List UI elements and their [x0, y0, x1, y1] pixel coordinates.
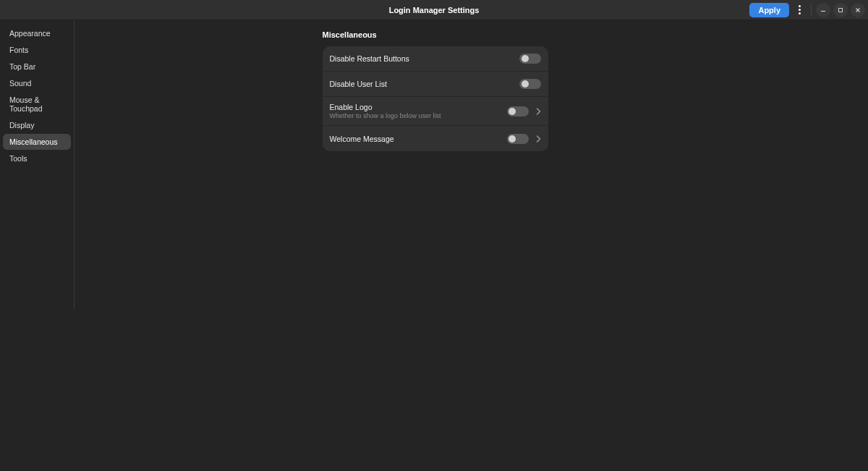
dots-vertical-icon: [799, 5, 801, 14]
row-disable-restart-buttons: Disable Restart Buttons: [323, 46, 548, 72]
maximize-icon: [838, 7, 843, 13]
row-text: Welcome Message: [330, 135, 507, 143]
minimize-icon: [820, 7, 826, 13]
section-title: Miscellaneous: [323, 30, 548, 39]
row-text: Enable Logo Whether to show a logo below…: [330, 103, 507, 119]
row-title: Disable User List: [330, 80, 519, 88]
row-enable-logo[interactable]: Enable Logo Whether to show a logo below…: [323, 97, 548, 126]
sidebar-item-display[interactable]: Display: [3, 117, 71, 133]
switch-disable-user-list[interactable]: [519, 79, 541, 89]
separator: [811, 4, 812, 16]
apply-button[interactable]: Apply: [749, 3, 789, 17]
sidebar-item-appearance[interactable]: Appearance: [3, 25, 71, 41]
chevron-right-icon: [536, 108, 541, 115]
row-subtitle: Whether to show a logo below user list: [330, 112, 507, 119]
content-area: Miscellaneous Disable Restart Buttons Di…: [75, 20, 868, 471]
sidebar-item-top-bar[interactable]: Top Bar: [3, 59, 71, 75]
menu-button[interactable]: [792, 3, 807, 17]
switch-enable-logo[interactable]: [507, 106, 529, 116]
sidebar-item-miscellaneous[interactable]: Miscellaneous: [3, 134, 71, 150]
row-title: Enable Logo: [330, 103, 507, 111]
sidebar-item-tools[interactable]: Tools: [3, 150, 71, 166]
row-text: Disable Restart Buttons: [330, 54, 519, 63]
settings-list: Disable Restart Buttons Disable User Lis…: [323, 46, 548, 151]
row-welcome-message[interactable]: Welcome Message: [323, 126, 548, 151]
row-text: Disable User List: [330, 80, 519, 88]
switch-disable-restart-buttons[interactable]: [519, 54, 541, 64]
row-title: Welcome Message: [330, 135, 507, 143]
content-inner: Miscellaneous Disable Restart Buttons Di…: [323, 30, 548, 471]
switch-welcome-message[interactable]: [507, 134, 529, 144]
switch-knob-icon: [522, 55, 529, 62]
chevron-right-icon: [536, 135, 541, 143]
sidebar-item-sound[interactable]: Sound: [3, 75, 71, 91]
row-disable-user-list: Disable User List: [323, 72, 548, 97]
maximize-button[interactable]: [833, 3, 848, 17]
switch-knob-icon: [522, 80, 529, 88]
sidebar-item-fonts[interactable]: Fonts: [3, 42, 71, 58]
svg-rect-1: [839, 8, 843, 12]
minimize-button[interactable]: [816, 3, 830, 17]
close-icon: [855, 7, 861, 13]
sidebar-item-mouse-touchpad[interactable]: Mouse & Touchpad: [3, 92, 71, 116]
row-title: Disable Restart Buttons: [330, 54, 519, 63]
switch-knob-icon: [509, 135, 516, 143]
headerbar-controls: Apply: [749, 3, 865, 17]
close-button[interactable]: [851, 3, 865, 17]
headerbar: Login Manager Settings Apply: [0, 0, 868, 20]
switch-knob-icon: [509, 108, 516, 115]
sidebar: Appearance Fonts Top Bar Sound Mouse & T…: [0, 20, 75, 310]
main-layout: Appearance Fonts Top Bar Sound Mouse & T…: [0, 20, 868, 471]
window-title: Login Manager Settings: [389, 6, 480, 14]
